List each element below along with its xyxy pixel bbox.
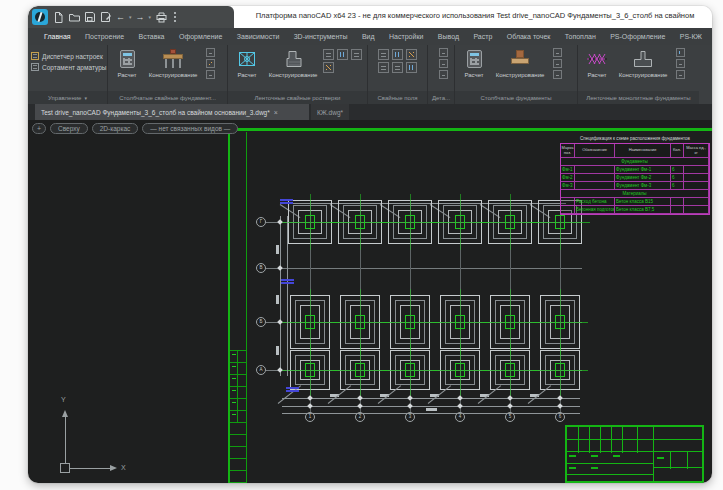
redo-dropdown-icon[interactable]: ▾ (149, 10, 152, 24)
menu-зависимости[interactable]: Зависимости (237, 33, 279, 40)
visual-style-pill[interactable]: 2D-каркас (92, 123, 139, 134)
tool-icon[interactable] (553, 48, 562, 57)
linked-views-pill[interactable]: — нет связанных видов — (142, 123, 238, 134)
spec-cell (684, 182, 709, 190)
undo-back-icon[interactable]: ← (116, 10, 125, 24)
title-block-line (567, 474, 653, 475)
tool-icon[interactable] (323, 49, 334, 60)
tool-icon[interactable] (392, 62, 403, 73)
title-bar: ← ▾ → ▾ Платформа nanoCAD x64 23 - не дл… (28, 6, 712, 28)
tool-icon[interactable] (323, 62, 334, 73)
nanocad-logo-icon[interactable] (32, 9, 48, 25)
strip-mono-design-button[interactable]: Конструирование (615, 47, 671, 79)
view-direction-pill[interactable]: Сверху (50, 123, 88, 134)
add-viewport-button[interactable]: + (32, 123, 46, 134)
tool-icon[interactable] (392, 49, 403, 60)
menu-ps-оформление[interactable]: PS-Оформление (610, 33, 665, 40)
panel-label-grillages[interactable]: Ленточные свайные ростверки (228, 91, 367, 104)
menu-ps-кж[interactable]: PS-КЖ (680, 33, 702, 40)
print-icon[interactable] (155, 10, 167, 24)
tool-icon[interactable] (337, 49, 348, 60)
menu-вид[interactable]: Вид (362, 33, 375, 40)
pile-column-calc-button[interactable]: Расчет (111, 47, 143, 79)
menu-топоплан[interactable]: Топоплан (565, 33, 596, 40)
green-crosshair (460, 194, 461, 250)
undo-dropdown-icon[interactable]: ▾ (129, 10, 132, 24)
pile-grid-icon[interactable] (378, 49, 389, 60)
foundation-plan-cell (488, 200, 532, 244)
tool-icon[interactable] (406, 62, 417, 73)
tool-icon[interactable] (553, 70, 562, 79)
menu-настройки[interactable]: Настройки (389, 33, 423, 40)
grillage-design-button[interactable]: Конструирование (265, 47, 321, 79)
toolbar-more-icon[interactable] (174, 16, 176, 18)
drawing-canvas[interactable]: + Сверху 2D-каркас — нет связанных видов… (28, 120, 712, 483)
redo-forward-icon[interactable]: → (136, 10, 145, 24)
tool-icon[interactable] (378, 62, 389, 73)
menu-главная[interactable]: Главная (44, 33, 71, 40)
new-file-icon[interactable] (52, 10, 64, 24)
grillage-calc-button[interactable]: Расчет (231, 47, 263, 79)
window-title: Платформа nanoCAD x64 23 - не для коммер… (242, 11, 708, 20)
menu-вывод[interactable]: Вывод (438, 33, 459, 40)
column-found-design-button[interactable]: Конструирование (492, 47, 548, 79)
document-tab-bar: Test drive_nanoCAD Фундаменты_3_6_столб … (28, 104, 712, 120)
menu-3d-инструменты[interactable]: 3D-инструменты (294, 33, 348, 40)
tab-foundations-dwg[interactable]: Test drive_nanoCAD Фундаменты_3_6_столб … (35, 104, 309, 120)
pile-column-design-button[interactable]: Конструирование (145, 47, 201, 79)
foundation-plan-cell (440, 295, 480, 349)
foundation-plan-cell (338, 200, 382, 244)
foundation-plan-cell (290, 295, 330, 349)
ribbon-panel-pile-strip-grillages: Расчет Конструирование Ленточные свайные… (228, 45, 368, 104)
open-folder-icon[interactable] (68, 10, 80, 24)
menu-вставка[interactable]: Вставка (138, 33, 164, 40)
panel-label-pile-fields[interactable]: Свайные поля (368, 91, 427, 104)
panel-label-management[interactable]: Управление▾ (28, 91, 107, 104)
tool-icon[interactable] (439, 70, 448, 79)
title-block-line (622, 427, 623, 453)
save-icon[interactable] (84, 10, 96, 24)
tool-icon[interactable] (676, 59, 685, 68)
close-tab-icon[interactable]: × (274, 109, 278, 116)
menu-облака-точек[interactable]: Облака точек (507, 33, 551, 40)
spec-cell: Фм-3 (561, 182, 575, 190)
axis-bubble-row: Г (256, 217, 266, 227)
section-mark-blue (286, 387, 299, 389)
tool-icon[interactable] (439, 59, 448, 68)
menu-растр[interactable]: Растр (473, 33, 492, 40)
margin-table-line (230, 482, 246, 483)
save-as-icon[interactable] (100, 10, 112, 24)
dimension-tick (457, 403, 463, 409)
tool-icon[interactable] (406, 49, 417, 60)
strip-mono-calc-button[interactable]: Расчет (581, 47, 613, 79)
tool-icon[interactable] (206, 70, 215, 79)
tool-icon[interactable] (351, 49, 362, 60)
tool-icon[interactable] (439, 48, 448, 57)
spec-cell (684, 174, 709, 182)
tool-icon[interactable] (676, 48, 685, 57)
tool-icon[interactable] (206, 59, 215, 68)
rebar-assortment-button[interactable]: Сортамент арматуры (31, 63, 106, 71)
tab-kzh-dwg[interactable]: КЖ.dwg* (311, 104, 349, 120)
foundation-plan-cell (340, 350, 380, 390)
menu-bar: ГлавнаяПостроениеВставкаОформлениеЗависи… (28, 28, 712, 45)
tool-icon[interactable] (206, 48, 215, 57)
margin-table-line (230, 434, 246, 435)
margin-table-line (230, 410, 246, 411)
title-block-line (567, 463, 653, 464)
panel-label-pile-column[interactable]: Столбчатые свайные фундамент... (108, 91, 227, 104)
margin-table-text-mark (232, 354, 236, 355)
spec-cell (684, 198, 709, 206)
column-found-calc-button[interactable]: Расчет (458, 47, 490, 79)
foundation-plan-cell (388, 200, 432, 244)
settings-manager-button[interactable]: Диспетчер настроек (31, 52, 106, 60)
panel-label-strip-monolithic[interactable]: Ленточные монолитные фундаменты (578, 91, 699, 104)
tool-icon[interactable] (553, 59, 562, 68)
ribbon-panel-details: Дета... (428, 45, 455, 104)
calculator-icon (467, 50, 482, 68)
menu-оформление[interactable]: Оформление (179, 33, 222, 40)
menu-построение[interactable]: Построение (85, 33, 124, 40)
panel-label-column-foundations[interactable]: Столбчатые фундаменты (455, 91, 577, 104)
tool-icon[interactable] (676, 70, 685, 79)
panel-label-details[interactable]: Дета... (428, 91, 454, 104)
